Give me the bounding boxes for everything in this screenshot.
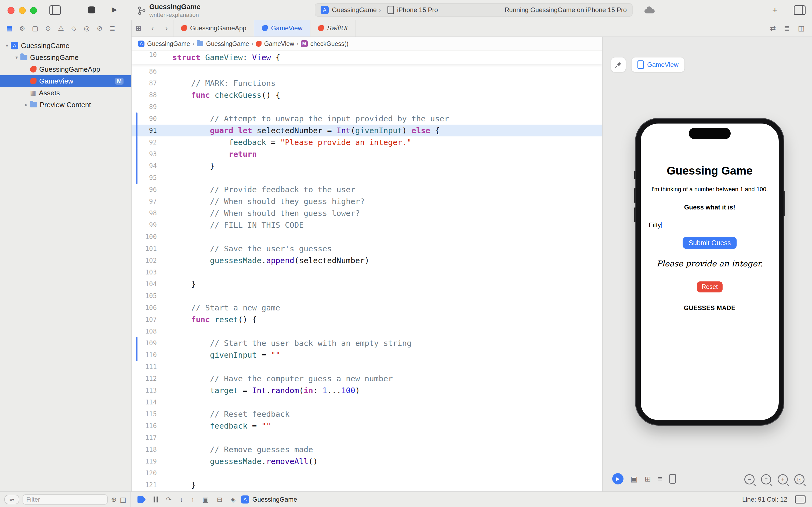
submit-guess-button[interactable]: Submit Guess: [683, 237, 737, 249]
zoom-100-button[interactable]: =: [761, 474, 771, 485]
code-line[interactable]: 91 guard let selectedNumber = Int(givenI…: [131, 125, 602, 136]
code-line[interactable]: 102 guessesMade.append(selectedNumber): [131, 255, 602, 266]
sidebar-item-guessinggame[interactable]: ▾AGuessingGame: [0, 40, 131, 52]
disclosure-icon[interactable]: ▾: [13, 55, 20, 60]
sticky-declaration-line[interactable]: 10struct GameView: View {: [131, 51, 602, 64]
code-line[interactable]: 106 // Start a new game: [131, 302, 602, 314]
toggle-navigator-icon[interactable]: [49, 5, 61, 15]
code-line[interactable]: 94 }: [131, 160, 602, 172]
recent-files-icon[interactable]: ◫: [120, 496, 126, 504]
location-button[interactable]: ◈: [231, 496, 236, 504]
forward-icon[interactable]: ›: [160, 20, 173, 37]
code-line[interactable]: 112 // Have the computer guess a new num…: [131, 373, 602, 385]
adjust-editor-options-icon[interactable]: ≣: [784, 24, 790, 33]
memory-graph-button[interactable]: ⊟: [217, 496, 223, 504]
sidebar-item-gameview[interactable]: GameViewM: [0, 75, 131, 87]
code-line[interactable]: 96 // Provide feedback to the user: [131, 184, 602, 195]
code-line[interactable]: 103: [131, 266, 602, 278]
code-line[interactable]: 117: [131, 432, 602, 444]
zoom-window-button[interactable]: [30, 7, 37, 14]
breadcrumb-item[interactable]: GuessingGame: [196, 40, 249, 48]
code-line[interactable]: 100: [131, 231, 602, 243]
running-process[interactable]: A GuessingGame: [241, 496, 297, 504]
code-line[interactable]: 86: [131, 65, 602, 77]
guess-input[interactable]: Fifty: [649, 221, 662, 229]
code-line[interactable]: 89: [131, 101, 602, 113]
add-editor-icon[interactable]: ◫: [798, 24, 805, 33]
code-line[interactable]: 93 return: [131, 148, 602, 160]
sidebar-item-assets[interactable]: ▦Assets: [0, 87, 131, 99]
code-line[interactable]: 88 func checkGuess() {: [131, 89, 602, 101]
disclosure-icon[interactable]: ▸: [22, 102, 30, 108]
code-line[interactable]: 95: [131, 172, 602, 184]
reset-button[interactable]: Reset: [697, 281, 722, 292]
code-line[interactable]: 107 func reset() {: [131, 314, 602, 326]
code-line[interactable]: 87 // MARK: Functions: [131, 77, 602, 89]
step-into-button[interactable]: ↓: [180, 496, 183, 504]
code-line[interactable]: 101 // Save the user's guesses: [131, 243, 602, 255]
issues-navigator-icon[interactable]: ⚠: [56, 24, 66, 32]
step-over-button[interactable]: ↷: [166, 496, 172, 504]
breadcrumb-item[interactable]: GameView: [255, 40, 294, 48]
sidebar-item-preview-content[interactable]: ▸Preview Content: [0, 99, 131, 111]
zoom-in-button[interactable]: +: [777, 474, 788, 485]
code-line[interactable]: 115 // Reset feedback: [131, 408, 602, 420]
code-line[interactable]: 109 // Start the user back with an empty…: [131, 337, 602, 349]
breakpoints-navigator-icon[interactable]: ⊘: [95, 24, 105, 32]
code-line[interactable]: 98 // When should then guess lower?: [131, 207, 602, 219]
code-line[interactable]: 104 }: [131, 278, 602, 290]
device-settings-button[interactable]: ≡: [658, 474, 662, 483]
tab-gameview[interactable]: GameView: [254, 20, 310, 37]
pause-button[interactable]: [154, 497, 158, 502]
code-line[interactable]: 120: [131, 467, 602, 479]
bookmarks-navigator-icon[interactable]: ▢: [30, 24, 40, 32]
code-line[interactable]: 118 // Remove guesses made: [131, 444, 602, 455]
zoom-fit-button[interactable]: ⊡: [794, 474, 805, 485]
code-line[interactable]: 121 }: [131, 479, 602, 491]
tab-swiftui[interactable]: SwiftUI: [310, 20, 355, 37]
code-area[interactable]: 10struct GameView: View { 8687 // MARK: …: [131, 51, 602, 492]
close-window-button[interactable]: [7, 7, 14, 14]
breadcrumb-item[interactable]: AGuessingGame: [138, 40, 190, 48]
add-button[interactable]: +: [772, 5, 777, 15]
add-file-icon[interactable]: ⊕: [111, 496, 117, 504]
code-line[interactable]: 108: [131, 326, 602, 337]
code-line[interactable]: 92 feedback = "Please provide an integer…: [131, 136, 602, 148]
zoom-out-button[interactable]: −: [744, 474, 755, 485]
pin-preview-button[interactable]: [611, 57, 626, 72]
code-line[interactable]: 97 // When should they guess higher?: [131, 195, 602, 207]
selectable-mode-button[interactable]: ▣: [631, 474, 637, 484]
code-line[interactable]: 113 target = Int.random(in: 1...100): [131, 385, 602, 396]
tab-overview-icon[interactable]: ⊞: [131, 20, 146, 37]
cloud-status-icon[interactable]: [644, 9, 655, 13]
code-review-icon[interactable]: ⇄: [770, 24, 776, 33]
reports-navigator-icon[interactable]: ≣: [107, 24, 118, 32]
debug-navigator-icon[interactable]: ◎: [81, 24, 92, 32]
find-navigator-icon[interactable]: ⊙: [43, 24, 53, 32]
preview-device-chip[interactable]: GameView: [632, 57, 685, 72]
tests-navigator-icon[interactable]: ◇: [69, 24, 79, 32]
disclosure-icon[interactable]: ▾: [3, 43, 11, 49]
display-icon[interactable]: [795, 496, 806, 504]
source-control-navigator-icon[interactable]: ⊗: [17, 24, 27, 32]
back-icon[interactable]: ‹: [146, 20, 160, 37]
filter-menu-icon[interactable]: ≡▾: [4, 495, 19, 504]
code-line[interactable]: 99 // FILL IN THIS CODE: [131, 219, 602, 231]
step-out-button[interactable]: ↑: [191, 496, 194, 504]
code-line[interactable]: 116 feedback = "": [131, 420, 602, 432]
project-navigator-icon[interactable]: ▤: [4, 24, 14, 32]
run-destination[interactable]: iPhone 15 Pro: [397, 6, 438, 14]
view-hierarchy-button[interactable]: ▣: [202, 496, 209, 504]
tab-guessinggameapp[interactable]: GuessingGameApp: [173, 20, 254, 37]
code-line[interactable]: 114: [131, 396, 602, 408]
variants-button[interactable]: ⊞: [644, 474, 651, 484]
scheme-name[interactable]: GuessingGame: [332, 6, 377, 14]
code-line[interactable]: 90 // Attempt to unwrap the input provid…: [131, 113, 602, 125]
sticky-line[interactable]: 10struct GameView: View {: [131, 51, 602, 64]
code-line[interactable]: 105: [131, 290, 602, 302]
run-button[interactable]: ▶: [112, 6, 117, 13]
code-line[interactable]: 110 givenInput = "": [131, 349, 602, 361]
filter-input[interactable]: [22, 494, 108, 505]
code-line[interactable]: 111: [131, 361, 602, 373]
editor-options-icon[interactable]: [794, 5, 806, 15]
